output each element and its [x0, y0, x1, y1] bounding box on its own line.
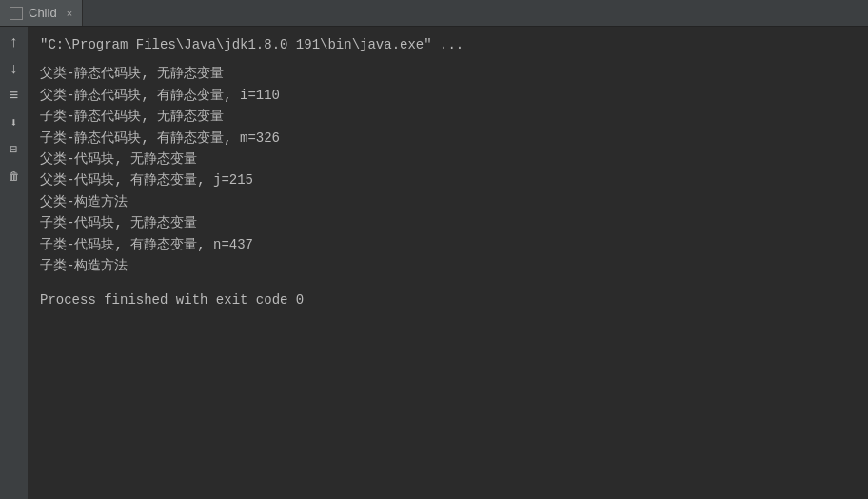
tab-bar: Child ×: [0, 0, 868, 27]
process-finished-line: Process finished with exit code 0: [40, 289, 857, 310]
output-line-5: 父类-代码块, 有静态变量, j=215: [40, 170, 857, 190]
output-line-3: 子类-静态代码块, 有静态变量, m=326: [40, 128, 857, 149]
output-line-0: 父类-静态代码块, 无静态变量: [40, 63, 857, 84]
tab-icon: [10, 7, 23, 20]
main-area: ↑ ↓ ≡ ⬇ ⊟ 🗑 "C:\Program Files\Java\jdk1.…: [0, 27, 868, 499]
tab-child[interactable]: Child ×: [0, 0, 83, 26]
console-output: "C:\Program Files\Java\jdk1.8.0_191\bin\…: [29, 27, 868, 499]
tab-close-button[interactable]: ×: [67, 8, 72, 19]
output-line-2: 子类-静态代码块, 无静态变量: [40, 106, 857, 127]
output-line-6: 父类-构造方法: [40, 191, 857, 212]
tab-title: Child: [29, 6, 57, 20]
print-button[interactable]: ⊟: [4, 139, 25, 160]
output-line-8: 子类-代码块, 有静态变量, n=437: [40, 234, 857, 255]
list-button[interactable]: ≡: [4, 86, 25, 107]
output-line-7: 子类-代码块, 无静态变量: [40, 212, 857, 233]
command-line: "C:\Program Files\Java\jdk1.8.0_191\bin\…: [40, 34, 857, 55]
output-line-4: 父类-代码块, 无静态变量: [40, 149, 857, 170]
output-line-1: 父类-静态代码块, 有静态变量, i=110: [40, 85, 857, 106]
up-arrow-button[interactable]: ↑: [4, 32, 25, 53]
down-arrow-button[interactable]: ↓: [4, 59, 25, 80]
delete-button[interactable]: 🗑: [4, 166, 25, 187]
side-toolbar: ↑ ↓ ≡ ⬇ ⊟ 🗑: [0, 27, 29, 499]
output-line-9: 子类-构造方法: [40, 255, 857, 276]
download-button[interactable]: ⬇: [4, 112, 25, 133]
